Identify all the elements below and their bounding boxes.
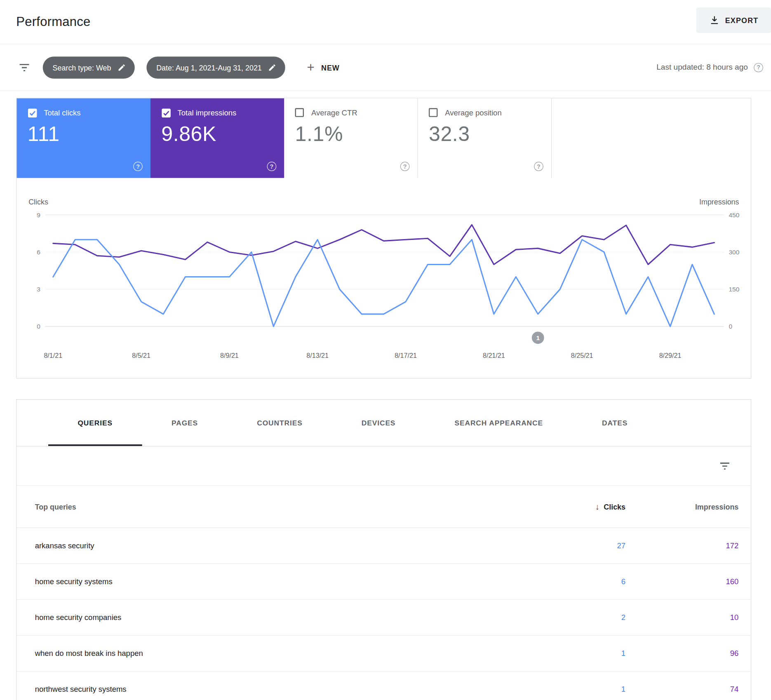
new-filter-button[interactable]: + NEW — [304, 61, 342, 74]
download-icon — [709, 15, 719, 26]
table-row[interactable]: home security companies 2 10 — [17, 599, 751, 635]
new-filter-label: NEW — [321, 63, 340, 71]
query-cell: arkansas security — [35, 541, 540, 550]
x-tick-label: 8/25/21 — [571, 352, 593, 359]
metric-value: 9.86K — [161, 122, 284, 146]
right-tick-label: 150 — [729, 286, 739, 293]
clicks-column-label: Clicks — [604, 503, 625, 511]
performance-summary-card: Total clicks 111 ? Total impressions 9.8… — [16, 98, 751, 378]
right-tick-label: 300 — [729, 249, 739, 256]
right-tick-label: 450 — [729, 211, 739, 218]
query-cell: northwest security systems — [35, 685, 540, 693]
help-icon[interactable]: ? — [754, 63, 763, 72]
checkbox-unchecked-icon[interactable] — [295, 108, 305, 118]
checkbox-checked-icon[interactable] — [28, 108, 38, 118]
x-tick-label: 8/13/21 — [306, 352, 329, 359]
tab-search-appearance[interactable]: SEARCH APPEARANCE — [425, 400, 573, 446]
x-tick-label: 8/17/21 — [395, 352, 417, 359]
impressions-column-header[interactable]: Impressions — [625, 503, 738, 511]
clicks-cell: 1 — [539, 649, 625, 658]
page-title: Performance — [16, 14, 90, 30]
metric-card-average-ctr[interactable]: Average CTR 1.1% ? — [284, 99, 418, 178]
export-button[interactable]: EXPORT — [696, 7, 771, 33]
search-type-chip-label: Search type: Web — [53, 63, 111, 71]
sort-descending-icon: ↓ — [595, 502, 599, 512]
x-tick-label: 8/21/21 — [483, 352, 505, 359]
impressions-cell: 74 — [625, 685, 738, 693]
table-row[interactable]: when do most break ins happen 1 96 — [17, 635, 751, 671]
metric-label: Total impressions — [178, 109, 237, 117]
clicks-cell: 6 — [539, 577, 625, 586]
impressions-line — [53, 225, 715, 264]
date-range-chip-label: Date: Aug 1, 2021-Aug 31, 2021 — [156, 63, 262, 71]
help-icon[interactable]: ? — [267, 162, 277, 171]
x-tick-label: 8/1/21 — [44, 352, 62, 359]
search-console-performance-page: Performance EXPORT Search type: Web Date… — [0, 0, 771, 700]
table-toolbar — [17, 446, 751, 486]
export-label: EXPORT — [725, 16, 759, 24]
filter-bar: Search type: Web Date: Aug 1, 2021-Aug 3… — [0, 44, 771, 91]
metric-value: 32.3 — [429, 122, 551, 146]
date-range-chip[interactable]: Date: Aug 1, 2021-Aug 31, 2021 — [146, 56, 285, 79]
query-cell: when do most break ins happen — [35, 649, 540, 658]
x-tick-label: 8/29/21 — [659, 352, 682, 359]
top-bar: Performance EXPORT — [0, 0, 771, 44]
tab-devices[interactable]: DEVICES — [332, 400, 425, 446]
table-row[interactable]: arkansas security 27 172 — [17, 528, 751, 564]
time-series-chart[interactable]: Clicks Impressions 9 6 3 0 450 300 150 0 — [17, 178, 751, 378]
tab-dates[interactable]: DATES — [573, 400, 657, 446]
impressions-cell: 96 — [625, 649, 738, 658]
table-filter-icon[interactable] — [718, 459, 731, 472]
clicks-cell: 2 — [539, 613, 625, 622]
metric-label: Total clicks — [44, 109, 80, 117]
table-row[interactable]: northwest security systems 1 74 — [17, 671, 751, 700]
table-header-row: Top queries ↓ Clicks Impressions — [17, 486, 751, 527]
impressions-cell: 160 — [625, 577, 738, 586]
impressions-cell: 10 — [625, 613, 738, 622]
left-tick-label: 3 — [37, 286, 40, 293]
checkbox-checked-icon[interactable] — [161, 108, 171, 118]
dimension-tabs: QUERIES PAGES COUNTRIES DEVICES SEARCH A… — [17, 400, 751, 446]
query-column-header[interactable]: Top queries — [35, 503, 540, 511]
metric-card-average-position[interactable]: Average position 32.3 ? — [418, 99, 552, 178]
metric-label: Average CTR — [311, 109, 357, 117]
annotation-marker-label: 1 — [536, 334, 540, 341]
clicks-column-header[interactable]: ↓ Clicks — [539, 502, 625, 512]
checkbox-unchecked-icon[interactable] — [429, 108, 439, 118]
impressions-cell: 172 — [625, 541, 738, 550]
help-icon[interactable]: ? — [400, 162, 410, 171]
search-type-chip[interactable]: Search type: Web — [43, 56, 135, 79]
help-icon[interactable]: ? — [133, 162, 143, 171]
metric-label: Average position — [445, 109, 501, 117]
performance-chart-svg[interactable]: 9 6 3 0 450 300 150 0 8/1/21 8/5/21 8/9/… — [17, 178, 752, 378]
edit-pencil-icon — [268, 63, 276, 71]
x-tick-label: 8/9/21 — [220, 352, 239, 359]
tab-queries[interactable]: QUERIES — [48, 400, 142, 446]
annotation-marker[interactable]: 1 — [532, 331, 544, 344]
clicks-cell: 1 — [539, 685, 625, 693]
query-cell: home security companies — [35, 613, 540, 622]
left-tick-label: 6 — [37, 249, 40, 256]
edit-pencil-icon — [118, 63, 126, 71]
right-tick-label: 0 — [729, 323, 732, 330]
left-tick-label: 0 — [37, 323, 40, 330]
query-cell: home security systems — [35, 577, 540, 586]
metric-cards-row: Total clicks 111 ? Total impressions 9.8… — [17, 99, 751, 178]
metric-value: 1.1% — [295, 122, 418, 146]
metric-card-total-impressions[interactable]: Total impressions 9.86K ? — [150, 99, 284, 178]
filter-icon[interactable] — [18, 61, 31, 74]
left-tick-label: 9 — [37, 211, 40, 218]
tab-countries[interactable]: COUNTRIES — [228, 400, 332, 446]
dimensions-table-card: QUERIES PAGES COUNTRIES DEVICES SEARCH A… — [16, 399, 751, 700]
tab-pages[interactable]: PAGES — [142, 400, 228, 446]
plus-icon: + — [307, 61, 315, 74]
clicks-cell: 27 — [539, 541, 625, 550]
table-row[interactable]: home security systems 6 160 — [17, 564, 751, 599]
last-updated-text: Last updated: 8 hours ago — [656, 63, 748, 72]
metric-card-total-clicks[interactable]: Total clicks 111 ? — [17, 99, 150, 178]
x-tick-label: 8/5/21 — [132, 352, 150, 359]
help-icon[interactable]: ? — [534, 162, 543, 171]
metric-value: 111 — [28, 122, 150, 146]
